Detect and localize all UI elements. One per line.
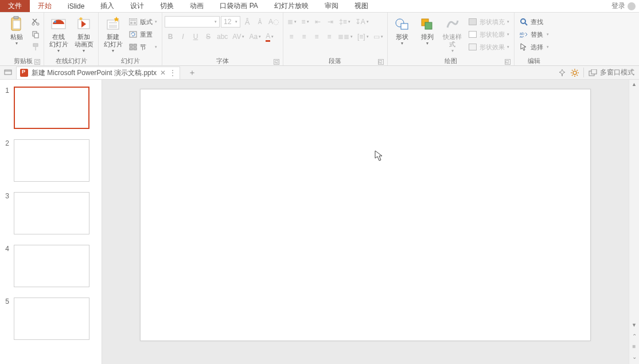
- format-painter-button[interactable]: [30, 41, 41, 53]
- shapes-button[interactable]: 形状 ▾: [390, 14, 414, 46]
- slide-canvas-area[interactable]: [102, 80, 629, 364]
- decrease-indent-button[interactable]: ⇤: [312, 16, 324, 28]
- scroll-down-button[interactable]: ▼: [629, 320, 639, 330]
- paintbrush-icon: [32, 43, 40, 51]
- slide-number: 1: [3, 87, 9, 129]
- new-slide-button[interactable]: 新建 幻灯片 ▾: [101, 14, 125, 53]
- tab-animation[interactable]: 动画: [182, 0, 212, 12]
- tab-slideshow[interactable]: 幻灯片放映: [266, 0, 317, 12]
- svg-rect-20: [130, 44, 133, 46]
- font-family-combo[interactable]: ▾: [165, 16, 220, 28]
- add-tab-button[interactable]: ＋: [188, 68, 196, 78]
- font-launcher[interactable]: ◱: [274, 59, 279, 65]
- slide-thumbnail-panel[interactable]: 1 2 3 4 5: [0, 80, 102, 364]
- shapes-label: 形状: [396, 33, 408, 41]
- tab-design[interactable]: 设计: [122, 0, 152, 12]
- cut-button[interactable]: [30, 16, 41, 28]
- tab-review[interactable]: 审阅: [317, 0, 346, 12]
- slide-thumbnail-1[interactable]: 1: [3, 87, 96, 129]
- shape-effects-button[interactable]: 形状效果▾: [466, 41, 512, 53]
- tab-view[interactable]: 视图: [346, 0, 376, 12]
- settings-button[interactable]: [571, 69, 579, 77]
- current-slide[interactable]: [140, 89, 591, 341]
- align-center-button[interactable]: ≡: [298, 31, 310, 42]
- document-tab[interactable]: 新建 Microsoft PowerPoint 演示文稿.pptx ✕ ⋮: [16, 66, 180, 79]
- pin-button[interactable]: [558, 69, 566, 77]
- shape-fill-button[interactable]: 形状填充▾: [466, 16, 512, 28]
- tab-insert[interactable]: 插入: [92, 0, 122, 12]
- select-button[interactable]: 选择▾: [517, 41, 551, 53]
- strikethrough-button[interactable]: S: [202, 31, 214, 42]
- align-right-icon: ≡: [315, 33, 319, 41]
- slide-thumbnail-2[interactable]: 2: [3, 139, 96, 182]
- text-shadow-button[interactable]: abc: [215, 31, 229, 42]
- previous-slide-button[interactable]: ⌃: [630, 332, 638, 340]
- window-list-button[interactable]: [3, 68, 13, 77]
- login-button[interactable]: 登录: [606, 0, 639, 12]
- bullets-button[interactable]: ≣▾: [286, 16, 298, 28]
- section-button[interactable]: 节 ▾: [126, 41, 159, 53]
- paragraph-launcher[interactable]: ◱: [378, 59, 384, 65]
- tab-menu-button[interactable]: ⋮: [169, 69, 176, 77]
- tab-islide[interactable]: iSlide: [60, 0, 92, 12]
- font-size-combo[interactable]: 12▾: [221, 16, 240, 28]
- new-animation-page-button[interactable]: 新加 动画页 ▾: [72, 14, 96, 53]
- replace-button[interactable]: abac替换▾: [517, 29, 551, 40]
- slide-thumbnail-4[interactable]: 4: [3, 245, 96, 287]
- slide-thumbnail-3[interactable]: 3: [3, 192, 96, 234]
- fit-button[interactable]: ≡: [630, 342, 638, 350]
- text-direction-button[interactable]: ↧A▾: [353, 16, 371, 28]
- vertical-scrollbar[interactable]: ▲ ▼ ⌃ ≡ ⌄: [629, 80, 639, 364]
- next-slide-button[interactable]: ⌄: [630, 353, 638, 361]
- paste-button[interactable]: 粘贴 ▾: [5, 14, 29, 46]
- reset-button[interactable]: 重置: [126, 29, 159, 40]
- group-online-slides: 在线 幻灯片 ▾ 新加 动画页 ▾ 在线幻灯片: [44, 13, 99, 65]
- scroll-track[interactable]: [629, 89, 639, 320]
- tab-file[interactable]: 文件: [0, 0, 30, 12]
- multi-window-button[interactable]: 多窗口模式: [583, 68, 634, 77]
- shape-outline-label: 形状轮廓: [480, 30, 505, 39]
- group-slides-title: 幻灯片: [101, 57, 159, 65]
- svg-rect-18: [134, 22, 136, 24]
- group-drawing: 形状 ▾ 排列 ▾ 快速样式 ▾ 形状填充▾ 形状轮廓▾ 形状效果▾ 绘图◱: [388, 13, 515, 65]
- bold-button[interactable]: B: [165, 31, 176, 42]
- tab-transition[interactable]: 切换: [152, 0, 182, 12]
- convert-smartart-button[interactable]: ▭▾: [372, 31, 385, 42]
- underline-button[interactable]: U: [190, 31, 201, 42]
- login-label: 登录: [611, 1, 625, 11]
- group-font-title: 字体: [216, 57, 229, 64]
- new-slide-icon: [105, 16, 121, 32]
- copy-button[interactable]: [30, 29, 41, 40]
- shape-outline-button[interactable]: 形状轮廓▾: [466, 29, 512, 40]
- tab-home[interactable]: 开始: [30, 0, 60, 12]
- align-right-button[interactable]: ≡: [311, 31, 322, 42]
- align-left-button[interactable]: ≡: [286, 31, 297, 42]
- columns-button[interactable]: ≣≣▾: [336, 31, 354, 42]
- align-text-button[interactable]: [≡]▾: [356, 31, 371, 42]
- increase-font-button[interactable]: Â: [241, 16, 253, 28]
- font-color-button[interactable]: A▾: [264, 31, 275, 42]
- scroll-up-button[interactable]: ▲: [629, 80, 639, 89]
- numbering-button[interactable]: ≡▾: [299, 16, 311, 28]
- svg-rect-25: [401, 24, 408, 29]
- drawing-launcher[interactable]: ◱: [505, 59, 511, 65]
- arrange-button[interactable]: 排列 ▾: [415, 14, 439, 46]
- decrease-font-button[interactable]: Â: [254, 16, 266, 28]
- italic-button[interactable]: I: [177, 31, 189, 42]
- slide-thumbnail-5[interactable]: 5: [3, 298, 96, 340]
- increase-indent-button[interactable]: ⇥: [325, 16, 336, 28]
- line-spacing-button[interactable]: ‡≡▾: [337, 16, 352, 28]
- justify-button[interactable]: ≡: [324, 31, 335, 42]
- quick-styles-button[interactable]: 快速样式 ▾: [441, 14, 465, 53]
- shapes-icon: [394, 16, 410, 32]
- font-size-value: 12: [224, 18, 231, 26]
- layout-button[interactable]: 版式 ▾: [126, 16, 159, 28]
- clipboard-launcher[interactable]: ◱: [34, 59, 40, 65]
- change-case-button[interactable]: Aa▾: [247, 31, 263, 42]
- find-button[interactable]: 查找: [517, 16, 551, 28]
- clear-formatting-button[interactable]: A◌: [267, 16, 280, 28]
- character-spacing-button[interactable]: AV▾: [231, 31, 246, 42]
- close-tab-button[interactable]: ✕: [160, 69, 166, 77]
- online-slide-button[interactable]: 在线 幻灯片 ▾: [46, 14, 71, 53]
- tab-pocket-animation[interactable]: 口袋动画 PA: [212, 0, 266, 12]
